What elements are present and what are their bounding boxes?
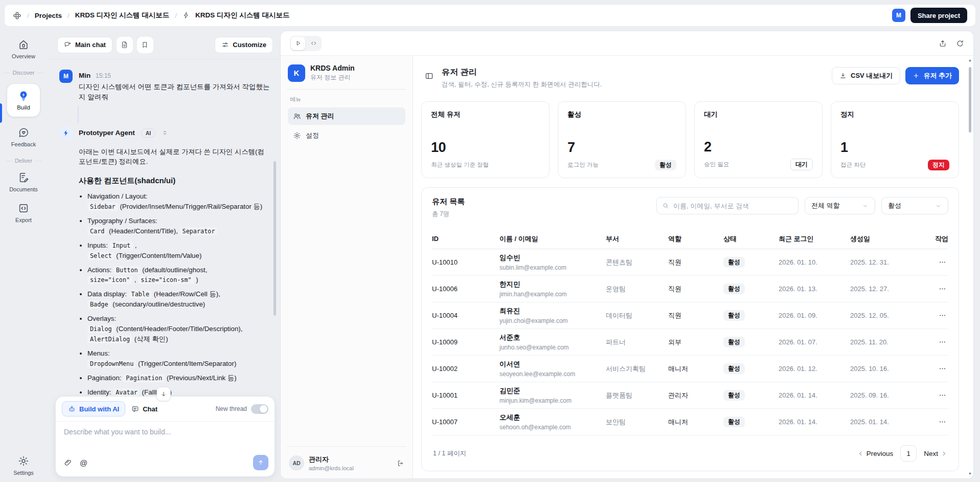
row-menu-button[interactable] <box>937 336 948 348</box>
scroll-to-bottom-button[interactable] <box>156 387 171 401</box>
table-row[interactable]: U-10007오세훈sehoon.oh@example.com보안팀매니저활성2… <box>432 409 948 435</box>
chat-scrollbar-thumb[interactable] <box>274 161 276 316</box>
main-chat-button[interactable]: Main chat <box>57 37 112 53</box>
customize-button[interactable]: Customize <box>215 37 273 53</box>
composer-toolbar: @ <box>56 453 275 476</box>
row-menu-button[interactable] <box>937 389 948 401</box>
menu-item-settings[interactable]: 설정 <box>288 127 405 144</box>
column-header-role: 역할 <box>668 234 723 244</box>
code-icon <box>310 40 317 47</box>
preview-scrollbar[interactable]: ▲ ▼ <box>968 58 972 476</box>
build-with-ai-tab[interactable]: Build with AI <box>62 401 125 417</box>
new-thread-toggle[interactable] <box>251 404 268 414</box>
row-menu-button[interactable] <box>937 416 948 428</box>
table-row[interactable]: U-10001김민준minjun.kim@example.com플랫폼팀관리자활… <box>432 382 948 409</box>
logout-button[interactable] <box>397 459 404 467</box>
role-filter-value: 전체 역할 <box>811 201 840 210</box>
list-filters: 전체 역할 활성 <box>656 197 948 214</box>
sidebar-toggle-button[interactable] <box>421 68 437 83</box>
table-row[interactable]: U-10010임수빈subin.lim@example.com콘텐츠팀직원활성2… <box>432 249 948 276</box>
last-login-cell: 2026. 01. 10. <box>779 258 850 266</box>
chat-notes-button[interactable] <box>117 37 133 53</box>
scroll-up-arrow-icon[interactable]: ▲ <box>968 58 972 63</box>
sidebar-item-overview[interactable]: Overview <box>12 39 35 59</box>
status-badge: 대기 <box>790 159 813 170</box>
open-external-button[interactable] <box>939 39 947 48</box>
add-user-button[interactable]: 유저 추가 <box>905 67 959 84</box>
stat-subtitle: 최근 생성일 기준 정렬 <box>431 161 489 169</box>
user-name: 임수빈 <box>499 253 606 262</box>
composer-textarea[interactable] <box>64 428 266 449</box>
agent-collapse-button[interactable] <box>162 129 168 136</box>
scroll-down-arrow-icon[interactable]: ▼ <box>968 471 972 476</box>
page-number-button[interactable]: 1 <box>900 445 917 462</box>
status-filter-select[interactable]: 활성 <box>881 197 948 214</box>
send-button[interactable] <box>253 455 268 470</box>
row-actions-cell <box>926 416 948 428</box>
table-row[interactable]: U-10009서준호junho.seo@example.com파트너외부활성20… <box>432 329 948 356</box>
breadcrumb-projects[interactable]: Projects <box>35 12 62 19</box>
inline-code: Sidebar <box>87 203 118 211</box>
next-page-button[interactable]: Next <box>924 450 947 457</box>
chat-header: Main chat Customize <box>47 31 280 59</box>
chat-bookmark-button[interactable] <box>137 37 153 53</box>
sidebar-item-documents[interactable]: Documents <box>9 172 38 192</box>
admin-avatar: AD <box>289 455 304 471</box>
row-menu-button[interactable] <box>937 256 948 268</box>
feedback-heart-bubble-icon <box>18 127 29 138</box>
row-menu-button[interactable] <box>937 363 948 375</box>
chat-mode-tab[interactable]: Chat <box>131 405 157 413</box>
breadcrumb-project-name[interactable]: KRDS 디자인 시스템 대시보드 <box>75 11 170 20</box>
message-text: 디자인 시스템에서 어떤 토큰과 컴포넌트를 가져와서 작업했는지 알려줘 <box>79 82 271 103</box>
menu-item-label: 유저 관리 <box>306 112 334 121</box>
scrollbar-thumb[interactable] <box>969 67 971 133</box>
table-row[interactable]: U-10004최유진yujin.choi@example.com데이터팀직원활성… <box>432 302 948 329</box>
last-login-cell: 2026. 01. 14. <box>779 418 850 426</box>
user-email: minjun.kim@example.com <box>499 397 606 404</box>
csv-export-button[interactable]: CSV 내보내기 <box>832 67 900 84</box>
row-actions-cell <box>926 256 948 268</box>
refresh-preview-button[interactable] <box>956 39 964 48</box>
sidebar-item-build[interactable]: Build <box>7 84 40 117</box>
breadcrumb-page-name[interactable]: KRDS 디자인 시스템 대시보드 <box>195 11 290 20</box>
user-email: subin.lim@example.com <box>499 264 606 271</box>
row-menu-button[interactable] <box>937 310 948 321</box>
pagination: 1 / 1 페이지 Previous 1 Next <box>432 439 948 468</box>
chevron-right-icon <box>941 450 947 457</box>
user-email: jimin.han@example.com <box>499 291 606 298</box>
sidebar-item-export[interactable]: Export <box>15 203 32 223</box>
role-filter-select[interactable]: 전체 역할 <box>805 197 875 214</box>
attach-file-button[interactable] <box>64 458 72 467</box>
search-input[interactable] <box>673 202 793 210</box>
stat-value: 2 <box>704 139 813 155</box>
sidebar-item-label: Overview <box>12 53 35 59</box>
menu-item-users[interactable]: 유저 관리 <box>288 107 405 125</box>
inline-code: Dialog <box>87 325 115 333</box>
stat-value: 10 <box>431 140 540 156</box>
preview-app: K KRDS Admin 유저 정보 관리 메뉴 유저 관리 설정 AD <box>281 56 973 478</box>
column-header-id: ID <box>432 235 499 243</box>
user-dept-cell: 운영팀 <box>606 284 668 294</box>
breadcrumb-separator: / <box>175 12 177 19</box>
status-badge: 정지 <box>928 160 949 170</box>
row-menu-button[interactable] <box>937 283 948 295</box>
preview-play-button[interactable] <box>291 37 305 50</box>
sidebar-item-feedback[interactable]: Feedback <box>11 127 36 147</box>
sidebar-item-settings[interactable]: Settings <box>13 455 34 476</box>
share-project-button[interactable]: Share project <box>910 8 967 23</box>
user-message: M Min 15:15 디자인 시스템에서 어떤 토큰과 컴포넌트를 가져와서 … <box>59 70 271 103</box>
user-name-cell: 서준호junho.seo@example.com <box>499 333 606 351</box>
previous-page-button[interactable]: Previous <box>857 450 894 457</box>
table-row[interactable]: U-10006한지민jimin.han@example.com운영팀직원활성20… <box>432 276 948 302</box>
user-avatar[interactable]: M <box>892 9 905 22</box>
stat-card-active: 활성 7 로그인 가능 활성 <box>558 101 686 178</box>
stat-subtitle: 로그인 가능 <box>567 161 599 169</box>
created-cell: 2025. 12. 05. <box>850 312 926 319</box>
status-badge: 활성 <box>723 390 745 401</box>
mention-button[interactable]: @ <box>80 458 87 467</box>
preview-code-button[interactable] <box>306 37 321 50</box>
workspace-logo-icon[interactable] <box>13 11 21 20</box>
scrollbar-track[interactable] <box>968 63 972 471</box>
created-cell: 2025. 12. 27. <box>850 285 926 293</box>
table-row[interactable]: U-10002이서연seoyeon.lee@example.com서비스기획팀매… <box>432 356 948 382</box>
